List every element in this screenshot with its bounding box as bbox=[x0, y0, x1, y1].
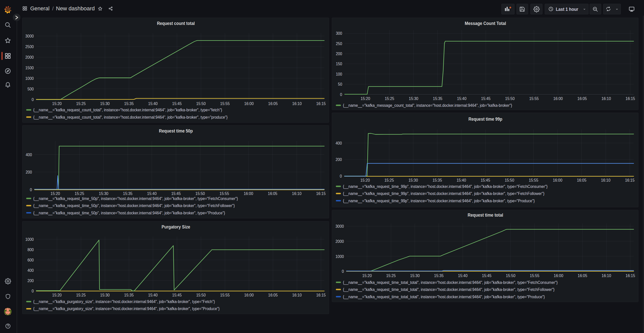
svg-text:15:25: 15:25 bbox=[75, 191, 84, 196]
svg-text:15:30: 15:30 bbox=[100, 101, 110, 106]
svg-text:200: 200 bbox=[336, 51, 342, 56]
svg-text:15:45: 15:45 bbox=[171, 191, 181, 196]
svg-text:15:20: 15:20 bbox=[361, 96, 370, 101]
svg-text:15:50: 15:50 bbox=[506, 273, 516, 278]
svg-text:Request time total: Request time total bbox=[468, 212, 503, 218]
svg-text:{__name__="kafka_request_time_: {__name__="kafka_request_time_total_tota… bbox=[343, 294, 545, 299]
svg-text:16:05: 16:05 bbox=[577, 178, 587, 183]
svg-text:16:05: 16:05 bbox=[268, 292, 278, 297]
svg-text:{__name__="kafka_purgatory_siz: {__name__="kafka_purgatory_size", instan… bbox=[33, 299, 215, 304]
svg-text:16:15: 16:15 bbox=[626, 96, 635, 101]
svg-text:15:55: 15:55 bbox=[530, 273, 539, 278]
svg-text:{__name__="kafka_request_count: {__name__="kafka_request_count_total", i… bbox=[33, 115, 228, 120]
svg-text:15:50: 15:50 bbox=[505, 178, 514, 183]
svg-text:{__name__="kafka_request_time_: {__name__="kafka_request_time_50p", inst… bbox=[33, 210, 225, 215]
svg-text:{__name__="kafka_request_time_: {__name__="kafka_request_time_99p", inst… bbox=[343, 198, 535, 203]
svg-text:15:35: 15:35 bbox=[434, 273, 444, 278]
svg-text:15:40: 15:40 bbox=[147, 191, 157, 196]
svg-text:15:40: 15:40 bbox=[458, 273, 468, 278]
svg-text:15:45: 15:45 bbox=[172, 292, 182, 297]
svg-text:200: 200 bbox=[27, 278, 34, 283]
svg-text:15:20: 15:20 bbox=[51, 191, 60, 196]
svg-text:15:50: 15:50 bbox=[505, 96, 515, 101]
svg-text:0: 0 bbox=[32, 97, 34, 102]
svg-text:1000: 1000 bbox=[336, 254, 344, 259]
svg-text:{__name__="kafka_request_time_: {__name__="kafka_request_time_99p", inst… bbox=[343, 191, 544, 196]
svg-text:15:25: 15:25 bbox=[385, 96, 394, 101]
svg-text:0: 0 bbox=[340, 174, 342, 179]
svg-text:16:10: 16:10 bbox=[292, 191, 302, 196]
svg-text:15:50: 15:50 bbox=[196, 292, 206, 297]
svg-text:15:30: 15:30 bbox=[408, 178, 418, 183]
svg-text:16:15: 16:15 bbox=[316, 191, 326, 196]
svg-text:15:45: 15:45 bbox=[481, 96, 491, 101]
svg-text:50: 50 bbox=[338, 82, 342, 87]
svg-text:0: 0 bbox=[30, 187, 32, 192]
svg-text:15:30: 15:30 bbox=[100, 292, 110, 297]
svg-text:16:00: 16:00 bbox=[244, 292, 254, 297]
svg-text:1500: 1500 bbox=[25, 65, 34, 70]
svg-text:15:35: 15:35 bbox=[124, 292, 134, 297]
svg-text:1000: 1000 bbox=[25, 237, 34, 242]
svg-text:16:10: 16:10 bbox=[601, 178, 610, 183]
svg-text:250: 250 bbox=[336, 41, 342, 46]
svg-text:15:55: 15:55 bbox=[220, 292, 230, 297]
svg-text:500: 500 bbox=[27, 86, 34, 91]
svg-text:15:35: 15:35 bbox=[123, 191, 133, 196]
svg-text:400: 400 bbox=[27, 268, 34, 273]
svg-text:100: 100 bbox=[336, 72, 342, 77]
svg-text:600: 600 bbox=[27, 257, 34, 262]
svg-text:16:00: 16:00 bbox=[553, 96, 563, 101]
svg-text:2500: 2500 bbox=[25, 44, 34, 49]
svg-text:15:20: 15:20 bbox=[362, 273, 372, 278]
svg-text:15:35: 15:35 bbox=[433, 178, 442, 183]
svg-text:{__name__="kafka_message_count: {__name__="kafka_message_count_total", i… bbox=[343, 103, 512, 108]
svg-text:16:10: 16:10 bbox=[602, 273, 611, 278]
svg-text:0: 0 bbox=[342, 269, 344, 274]
svg-text:15:40: 15:40 bbox=[457, 96, 467, 101]
svg-text:16:05: 16:05 bbox=[578, 273, 587, 278]
svg-text:15:35: 15:35 bbox=[124, 101, 134, 106]
svg-text:15:30: 15:30 bbox=[409, 96, 418, 101]
svg-text:200: 200 bbox=[26, 170, 32, 175]
svg-text:15:20: 15:20 bbox=[52, 101, 62, 106]
svg-text:15:40: 15:40 bbox=[148, 101, 158, 106]
svg-text:16:10: 16:10 bbox=[292, 292, 302, 297]
svg-text:15:40: 15:40 bbox=[148, 292, 158, 297]
svg-text:{__name__="kafka_request_time_: {__name__="kafka_request_time_50p", inst… bbox=[33, 196, 238, 201]
svg-text:15:55: 15:55 bbox=[220, 101, 230, 106]
svg-text:16:00: 16:00 bbox=[553, 178, 562, 183]
svg-text:{__name__="kafka_request_count: {__name__="kafka_request_count_total", i… bbox=[33, 107, 222, 112]
svg-text:16:15: 16:15 bbox=[625, 178, 635, 183]
svg-text:Request time 99p: Request time 99p bbox=[468, 116, 502, 122]
svg-text:15:45: 15:45 bbox=[482, 273, 492, 278]
svg-text:{__name__="kafka_request_time_: {__name__="kafka_request_time_99p", inst… bbox=[343, 184, 548, 189]
svg-text:15:50: 15:50 bbox=[196, 101, 206, 106]
svg-text:3000: 3000 bbox=[25, 34, 34, 39]
svg-text:Request time 50p: Request time 50p bbox=[159, 128, 193, 134]
svg-text:200: 200 bbox=[336, 157, 342, 162]
svg-text:{__name__="kafka_request_time_: {__name__="kafka_request_time_total_tota… bbox=[343, 280, 558, 285]
svg-text:15:25: 15:25 bbox=[76, 101, 86, 106]
svg-text:15:25: 15:25 bbox=[386, 273, 396, 278]
svg-text:150: 150 bbox=[336, 61, 342, 66]
svg-text:15:35: 15:35 bbox=[433, 96, 442, 101]
svg-text:0: 0 bbox=[32, 288, 34, 293]
svg-text:16:15: 16:15 bbox=[316, 101, 326, 106]
svg-text:15:55: 15:55 bbox=[219, 191, 229, 196]
svg-text:15:55: 15:55 bbox=[529, 96, 539, 101]
svg-text:16:10: 16:10 bbox=[292, 101, 302, 106]
svg-text:1000: 1000 bbox=[25, 76, 34, 81]
svg-text:16:10: 16:10 bbox=[601, 96, 611, 101]
svg-text:16:05: 16:05 bbox=[268, 101, 278, 106]
svg-text:0: 0 bbox=[340, 92, 342, 97]
svg-text:15:45: 15:45 bbox=[481, 178, 490, 183]
svg-text:{__name__="kafka_request_time_: {__name__="kafka_request_time_total_tota… bbox=[343, 287, 555, 292]
svg-text:{__name__="kafka_request_time_: {__name__="kafka_request_time_50p", inst… bbox=[33, 203, 235, 208]
svg-text:15:50: 15:50 bbox=[196, 191, 205, 196]
svg-text:16:05: 16:05 bbox=[268, 191, 277, 196]
svg-text:15:30: 15:30 bbox=[410, 273, 420, 278]
svg-text:Last 1 hour: Last 1 hour bbox=[556, 7, 578, 12]
svg-text:15:45: 15:45 bbox=[172, 101, 182, 106]
svg-text:3000: 3000 bbox=[336, 224, 344, 229]
